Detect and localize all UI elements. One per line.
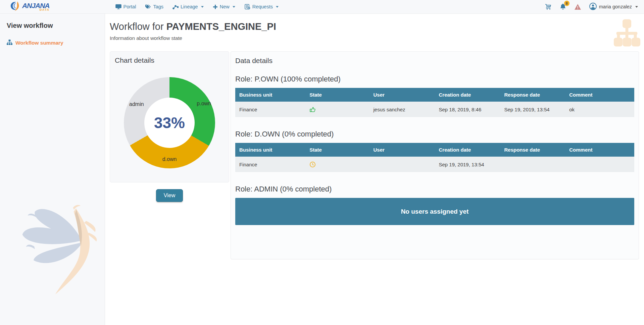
cart-icon[interactable] [545,4,552,10]
cell-comment: ok [565,102,634,117]
slice-label-down: d.own [162,156,177,162]
cell-creation-date: Sep 18, 2019, 8:46 [435,102,500,117]
chevron-down-icon [233,6,235,8]
role-table-down: Business unit State User Creation date R… [235,143,634,172]
tags-icon [145,4,151,9]
nav-item-tags[interactable]: Tags [145,4,163,9]
cell-state [305,102,369,117]
view-button[interactable]: View [156,189,183,202]
chevron-down-icon [201,6,204,8]
donut-center-label: 33% [154,114,185,132]
table-header-row: Business unit State User Creation date R… [235,143,634,157]
data-details-card: Data details Role: P.OWN (100% completed… [231,51,639,259]
no-users-banner: No users assigned yet [235,198,634,225]
user-avatar-icon [589,3,597,11]
col-response-date: Response date [500,143,565,157]
table-header-row: Business unit State User Creation date R… [235,88,634,102]
cell-user: jesus sanchez [369,102,435,117]
role-heading-pown: Role: P.OWN (100% completed) [235,75,634,84]
chart-card-title: Chart details [115,56,224,64]
nav-item-new[interactable]: New [213,4,235,9]
col-creation-date: Creation date [435,88,500,102]
col-comment: Comment [565,88,634,102]
cell-creation-date: Sep 19, 2019, 13:54 [435,157,500,172]
chart-details-card: Chart details 33% admin p.own d.own [110,51,229,182]
chevron-down-icon [635,6,638,8]
sidebar-title: View workflow [7,22,98,30]
role-table-pown: Business unit State User Creation date R… [235,88,634,117]
anjana-fairy-watermark [18,204,97,300]
warning-icon[interactable] [574,4,581,10]
col-user: User [369,88,435,102]
nav-item-lineage[interactable]: Lineage [172,4,204,9]
role-heading-admin: Role: ADMIN (0% completed) [235,185,634,194]
col-state: State [305,88,369,102]
donut-hole: 33% [144,98,195,148]
page-title-entity: PAYMENTS_ENGINE_PI [166,21,276,32]
cell-response-date [500,157,565,172]
data-card-title: Data details [235,57,634,65]
col-business-unit: Business unit [235,88,305,102]
anjana-fairy-icon [10,1,21,12]
user-name: maria gonzalez [599,4,632,9]
nav-label-tags: Tags [153,4,163,9]
notifications-bell-icon[interactable]: 8 [560,3,566,10]
sidebar: View workflow Workflow summary [0,14,105,325]
notification-count-badge: 8 [564,1,569,6]
app-logo[interactable]: ANJANA DATA [10,1,50,12]
col-comment: Comment [565,143,634,157]
cell-response-date: Sep 19, 2019, 13:54 [500,102,565,117]
nav-item-portal[interactable]: Portal [115,4,136,9]
col-user: User [369,143,435,157]
col-response-date: Response date [500,88,565,102]
table-row: Finance Sep 19, 2019, 13:54 [235,157,634,172]
nav-label-portal: Portal [123,4,136,9]
brand-sub: DATA [40,8,50,11]
cell-business-unit: Finance [235,157,305,172]
requests-icon [244,4,250,9]
sitemap-icon [7,40,12,46]
role-heading-down: Role: D.OWN (0% completed) [235,130,634,139]
nav-label-lineage: Lineage [181,4,198,9]
user-menu[interactable]: maria gonzalez [589,3,638,11]
page-subtitle: Information about workflow state [110,35,639,41]
portal-icon [115,4,121,9]
chevron-down-icon [276,6,279,8]
col-state: State [305,143,369,157]
col-business-unit: Business unit [235,143,305,157]
lineage-icon [172,4,179,9]
slice-label-admin: admin [129,101,144,107]
main-content: Workflow for PAYMENTS_ENGINE_PI Informat… [105,14,644,325]
approved-thumbs-up-icon [309,106,316,113]
page-title-prefix: Workflow for [110,21,166,32]
top-navbar: ANJANA DATA Portal Tags [0,0,644,14]
pending-clock-icon [309,161,316,168]
plus-icon [213,4,218,9]
cell-state [305,157,369,172]
nav-label-requests: Requests [252,4,273,9]
nav-menu: Portal Tags Lineage [115,4,279,9]
sidebar-item-label: Workflow summary [15,40,63,46]
workflow-donut-chart: 33% admin p.own d.own [124,77,215,168]
cell-business-unit: Finance [235,102,305,117]
sidebar-item-workflow-summary[interactable]: Workflow summary [7,40,98,46]
col-creation-date: Creation date [435,143,500,157]
nav-item-requests[interactable]: Requests [244,4,279,9]
nav-right: 8 maria gonzalez [545,3,638,11]
nav-label-new: New [220,4,230,9]
cell-user [369,157,435,172]
slice-label-pown: p.own [197,101,211,107]
page-title: Workflow for PAYMENTS_ENGINE_PI [110,21,639,32]
cell-comment [565,157,634,172]
table-row: Finance jesus sanchez Sep 18, 2019, 8:46… [235,102,634,117]
